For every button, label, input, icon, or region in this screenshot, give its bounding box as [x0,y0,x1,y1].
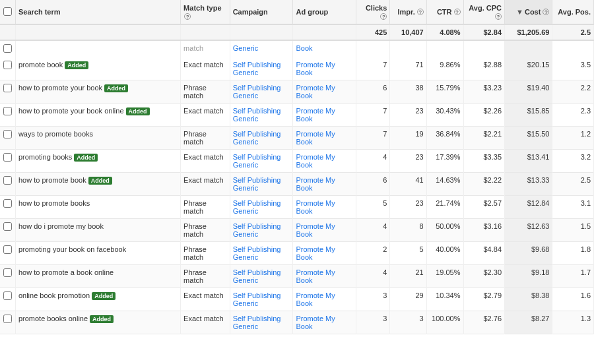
row-avg-cpc: $2.88 [463,57,505,80]
added-badge: Added [92,292,116,300]
row-checkbox[interactable] [3,199,12,208]
row-ctr: 40.00% [426,242,463,265]
row-adgroup: Promote My Book [293,57,356,80]
adgroup-link[interactable]: Promote My Book [296,315,335,330]
campaign-link[interactable]: Self Publishing Generic [233,61,281,76]
impr-help-icon[interactable]: ? [417,9,424,15]
row-search-term: how do i promote my book [15,219,180,242]
row-ctr: 100.00% [426,311,463,334]
campaign-link[interactable]: Self Publishing Generic [233,176,281,192]
table-row: how to promote your book onlineAddedExac… [0,104,594,127]
row-adgroup: Promote My Book [293,265,356,288]
row-avg-pos: 2.3 [552,104,594,127]
row-match-type: Phrase match [181,242,230,265]
table-row: promote bookAddedExact matchSelf Publish… [0,57,594,80]
th-search-term-label: Search term [18,8,61,16]
row-impr: 23 [390,150,426,173]
row-clicks: 7 [356,57,390,80]
avg-cpc-help-icon[interactable]: ? [495,13,502,20]
table-body: promote bookAddedExact matchSelf Publish… [0,57,594,334]
totals-checkbox-cell [0,24,15,40]
totals-avg-pos: 2.5 [552,24,594,40]
row-search-term: how to promote bookAdded [15,173,180,196]
campaign-link[interactable]: Self Publishing Generic [233,222,281,238]
adgroup-link[interactable]: Promote My Book [296,130,335,146]
row-checkbox[interactable] [3,245,12,254]
row-campaign: Self Publishing Generic [230,196,293,219]
campaign-link[interactable]: Self Publishing Generic [233,84,281,100]
table-row: how to promote a book onlinePhrase match… [0,265,594,288]
row-checkbox[interactable] [3,268,12,277]
adgroup-link[interactable]: Promote My Book [296,199,335,215]
row-checkbox-cell [0,242,15,265]
match-type-help-icon[interactable]: ? [184,13,191,20]
added-badge: Added [88,177,112,185]
search-term-text: how to promote books [18,199,90,207]
adgroup-link[interactable]: Promote My Book [296,107,335,123]
campaign-link[interactable]: Self Publishing Generic [233,199,281,215]
row-impr: 19 [390,127,426,150]
th-clicks[interactable]: Clicks ? [356,0,390,24]
adgroup-link[interactable]: Promote My Book [296,153,335,169]
select-all-checkbox[interactable] [3,7,12,16]
partial-impr [390,40,426,57]
row-search-term: online book promotionAdded [15,288,180,311]
row-adgroup: Promote My Book [293,196,356,219]
row-checkbox[interactable] [3,176,12,185]
partial-campaign: Generic [230,40,293,57]
th-ctr[interactable]: CTR ? [426,0,463,24]
partial-row-checkbox[interactable] [3,44,12,53]
partial-campaign-link[interactable]: Generic [233,44,259,52]
row-ctr: 14.63% [426,173,463,196]
row-adgroup: Promote My Book [293,242,356,265]
partial-search-term [15,40,180,57]
adgroup-link[interactable]: Promote My Book [296,176,335,192]
row-checkbox[interactable] [3,222,12,231]
row-ctr: 50.00% [426,219,463,242]
campaign-link[interactable]: Self Publishing Generic [233,153,281,169]
row-checkbox[interactable] [3,130,12,138]
clicks-help-icon[interactable]: ? [380,13,387,20]
row-checkbox[interactable] [3,315,12,323]
adgroup-link[interactable]: Promote My Book [296,291,335,307]
row-cost: $8.27 [505,311,552,334]
adgroup-link[interactable]: Promote My Book [296,222,335,238]
search-term-text: ways to promote books [18,130,93,138]
row-adgroup: Promote My Book [293,104,356,127]
partial-clicks [356,40,390,57]
adgroup-link[interactable]: Promote My Book [296,84,335,100]
row-checkbox[interactable] [3,61,12,69]
adgroup-link[interactable]: Promote My Book [296,268,335,284]
row-clicks: 4 [356,150,390,173]
table-row: how to promote bookAddedExact matchSelf … [0,173,594,196]
ctr-help-icon[interactable]: ? [454,9,461,15]
row-clicks: 6 [356,173,390,196]
campaign-link[interactable]: Self Publishing Generic [233,315,281,330]
row-avg-pos: 1.2 [552,127,594,150]
row-checkbox[interactable] [3,153,12,162]
th-cost[interactable]: ▼ Cost ? [505,0,552,24]
added-badge: Added [65,61,88,69]
totals-row: 425 10,407 4.08% $2.84 $1,205.69 2.5 [0,24,594,40]
th-avg-pos[interactable]: Avg. Pos. [552,0,594,24]
partial-adgroup-link[interactable]: Book [296,44,312,52]
adgroup-link[interactable]: Promote My Book [296,61,335,76]
cost-help-icon[interactable]: ? [543,9,549,15]
row-cost: $20.15 [505,57,552,80]
row-adgroup: Promote My Book [293,219,356,242]
th-impr[interactable]: Impr. ? [390,0,426,24]
row-impr: 5 [390,242,426,265]
table-row: how to promote booksPhrase matchSelf Pub… [0,196,594,219]
campaign-link[interactable]: Self Publishing Generic [233,291,281,307]
campaign-link[interactable]: Self Publishing Generic [233,245,281,261]
campaign-link[interactable]: Self Publishing Generic [233,268,281,284]
search-term-text: how to promote your book [18,84,102,92]
campaign-link[interactable]: Self Publishing Generic [233,107,281,123]
adgroup-link[interactable]: Promote My Book [296,245,335,261]
th-avg-cpc[interactable]: Avg. CPC ? [463,0,505,24]
campaign-link[interactable]: Self Publishing Generic [233,130,281,146]
row-checkbox[interactable] [3,107,12,115]
row-checkbox[interactable] [3,291,12,300]
row-checkbox[interactable] [3,84,12,92]
th-match-type[interactable]: Match type ? [181,0,230,24]
